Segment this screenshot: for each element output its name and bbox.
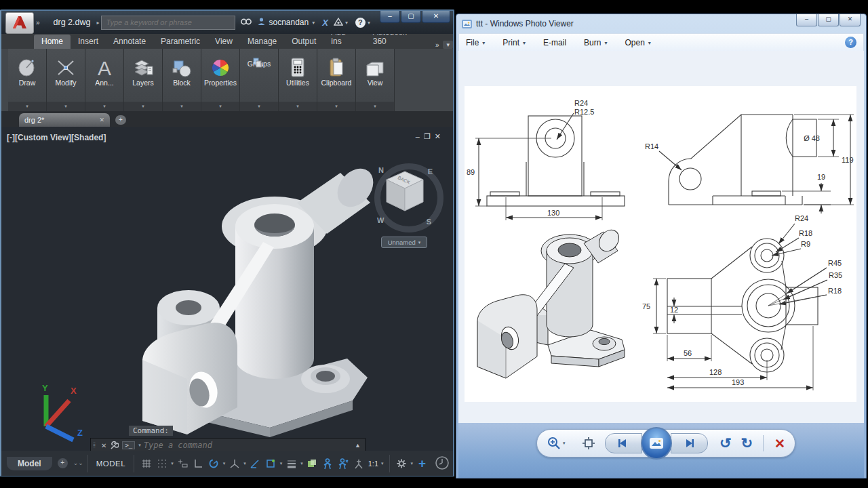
ribbon-display-toggle[interactable]: ▾ xyxy=(443,41,453,49)
a360-caret-icon[interactable]: ▾ xyxy=(345,20,348,26)
clock-icon[interactable] xyxy=(435,455,450,473)
a360-icon[interactable] xyxy=(334,18,343,28)
ribbon-tab-manage[interactable]: Manage xyxy=(240,35,284,49)
filename-arrow-icon[interactable]: ▸ xyxy=(96,20,99,26)
delete-button[interactable]: ✕ xyxy=(774,436,785,451)
new-layout-button[interactable]: + xyxy=(58,458,68,468)
annotation-scale-icon[interactable] xyxy=(352,456,366,470)
panel-properties[interactable]: Properties ▾ xyxy=(201,49,240,111)
model-space-indicator[interactable]: MODEL xyxy=(92,460,130,468)
viewcube-cube[interactable]: BACK xyxy=(384,169,426,214)
file-tab-drg2[interactable]: drg 2* ✕ xyxy=(19,113,110,127)
panel-draw[interactable]: Draw ▾ xyxy=(8,49,47,111)
panel-view[interactable]: View ▾ xyxy=(356,49,395,111)
menu-open[interactable]: Open▾ xyxy=(625,38,650,47)
quick-access-expand-icon[interactable]: » xyxy=(36,19,39,26)
pv-help-icon[interactable]: ? xyxy=(845,37,856,48)
acad-minimize-button[interactable]: – xyxy=(380,11,400,23)
zoom-button[interactable]: ▾ xyxy=(547,436,567,451)
command-input[interactable] xyxy=(142,440,355,451)
polar-caret-icon[interactable]: ▾ xyxy=(223,461,226,466)
doc-minimize-icon[interactable]: – xyxy=(416,132,424,140)
menu-email[interactable]: E-mail xyxy=(543,38,566,47)
command-bar[interactable]: ⁞⁞ ✕ >_ ▾ ▲ xyxy=(90,438,366,451)
panel-layers[interactable]: Layers ▾ xyxy=(124,49,163,111)
search-input[interactable] xyxy=(102,18,235,26)
new-tab-button[interactable]: + xyxy=(115,115,126,125)
acad-maximize-button[interactable]: ▢ xyxy=(401,11,421,23)
pv-close-button[interactable]: ✕ xyxy=(840,14,861,26)
osnap-caret-icon[interactable]: ▾ xyxy=(280,461,283,466)
pv-minimize-button[interactable]: – xyxy=(796,14,817,26)
polar-tracking-icon[interactable] xyxy=(207,456,221,470)
gear-caret-icon[interactable]: ▾ xyxy=(411,461,414,466)
autocad-app-button[interactable] xyxy=(5,12,34,34)
panel-caret-icon[interactable]: ▾ xyxy=(8,102,46,111)
pv-maximize-button[interactable]: ▢ xyxy=(818,14,839,26)
command-grip-icon[interactable]: ⁞⁞ xyxy=(93,442,95,449)
ribbon-tab-insert[interactable]: Insert xyxy=(71,35,106,49)
customization-gear-icon[interactable] xyxy=(395,456,409,470)
annotation-scale-value[interactable]: 1:1 xyxy=(368,460,378,468)
panel-caret-icon[interactable]: ▾ xyxy=(124,102,162,111)
layout-chevrons-icon[interactable]: ⌄⌄ xyxy=(73,462,83,465)
compass-east[interactable]: E xyxy=(428,167,433,176)
menu-burn[interactable]: Burn▾ xyxy=(584,38,607,47)
search-box[interactable] xyxy=(101,16,235,30)
autoscale-icon[interactable] xyxy=(336,456,351,470)
acad-close-button[interactable]: ✕ xyxy=(422,11,450,23)
panel-block[interactable]: Block ▾ xyxy=(163,49,201,111)
model-viewport[interactable]: [-][Custom View][Shaded] –❐✕ xyxy=(1,127,453,451)
panel-caret-icon[interactable]: ▾ xyxy=(201,102,239,111)
zoom-caret-icon[interactable]: ▾ xyxy=(563,441,566,446)
doc-restore-icon[interactable]: ❐ xyxy=(424,132,435,140)
search-binoculars-icon[interactable] xyxy=(241,18,252,28)
panel-clipboard[interactable]: Clipboard ▾ xyxy=(317,49,356,111)
ortho-mode-icon[interactable] xyxy=(191,456,205,470)
panel-caret-icon[interactable]: ▾ xyxy=(356,102,394,111)
ribbon-tab-parametric[interactable]: Parametric xyxy=(153,35,208,49)
ribbon-tab-view[interactable]: View xyxy=(208,35,240,49)
panel-caret-icon[interactable]: ▾ xyxy=(279,102,317,111)
ribbon-overflow-icon[interactable]: » xyxy=(435,41,438,49)
exchange-apps-icon[interactable]: X xyxy=(322,18,328,28)
viewport-controls-label[interactable]: [-][Custom View][Shaded] xyxy=(7,133,106,142)
command-expand-icon[interactable]: ▲ xyxy=(355,442,361,449)
rotate-cw-button[interactable]: ↻ xyxy=(741,435,753,451)
panel-utilities[interactable]: Utilities ▾ xyxy=(279,49,317,111)
photo-image[interactable]: R24 R12.5 89 130 R14 Ø 48 119 19 R24 R18… xyxy=(465,86,856,402)
3d-model-shaded[interactable] xyxy=(122,155,387,440)
signed-in-username[interactable]: socnandan xyxy=(269,18,309,27)
panel-groups[interactable]: Groups ▾ xyxy=(240,49,279,111)
customize-plus-icon[interactable]: + xyxy=(415,456,429,470)
menu-file[interactable]: File▾ xyxy=(466,38,485,47)
menu-print[interactable]: Print▾ xyxy=(502,38,526,47)
actual-size-button[interactable] xyxy=(582,436,595,450)
ribbon-tab-output[interactable]: Output xyxy=(284,35,323,49)
panel-caret-icon[interactable]: ▾ xyxy=(47,102,85,111)
snap-mode-icon[interactable] xyxy=(155,456,169,470)
lineweight-icon[interactable] xyxy=(284,456,298,470)
viewcube-view-name[interactable]: Unnamed ▾ xyxy=(381,237,427,248)
user-menu-caret-icon[interactable]: ▾ xyxy=(312,20,315,26)
lineweight-caret-icon[interactable]: ▾ xyxy=(300,461,303,466)
object-snap-icon[interactable] xyxy=(264,456,278,470)
rotate-ccw-button[interactable]: ↺ xyxy=(719,435,732,451)
ribbon-tab-annotate[interactable]: Annotate xyxy=(106,35,153,49)
panel-caret-icon[interactable]: ▾ xyxy=(317,102,355,111)
panel-annotation[interactable]: A Ann... ▾ xyxy=(85,49,124,111)
command-recent-caret-icon[interactable]: ▾ xyxy=(138,443,141,448)
command-wrench-icon[interactable] xyxy=(110,441,119,450)
infer-constraints-icon[interactable] xyxy=(176,456,190,470)
doc-close-icon[interactable]: ✕ xyxy=(435,132,445,140)
panel-modify[interactable]: Modify ▾ xyxy=(47,49,85,111)
annotation-visibility-icon[interactable] xyxy=(321,456,335,470)
iso-caret-icon[interactable]: ▾ xyxy=(243,461,246,466)
panel-caret-icon[interactable]: ▾ xyxy=(85,102,123,111)
scale-caret-icon[interactable]: ▾ xyxy=(381,461,384,466)
viewcube[interactable]: N E S W BACK Unnamed ▾ xyxy=(366,154,442,234)
command-close-icon[interactable]: ✕ xyxy=(101,442,106,449)
panel-caret-icon[interactable]: ▾ xyxy=(163,102,201,111)
play-slideshow-button[interactable] xyxy=(641,427,672,460)
ribbon-tab-home[interactable]: Home xyxy=(34,35,71,49)
